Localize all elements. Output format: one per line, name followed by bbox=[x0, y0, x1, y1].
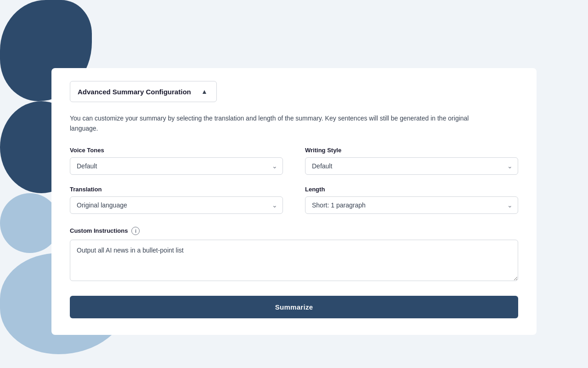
summarize-button[interactable]: Summarize bbox=[70, 296, 518, 318]
translation-group: Translation Original language English Sp… bbox=[70, 186, 283, 214]
voice-tones-select-wrapper: Default Formal Casual Professional Frien… bbox=[70, 157, 283, 175]
writing-style-select[interactable]: Default Concise Detailed Technical Creat… bbox=[305, 157, 518, 175]
blob-top-center-light bbox=[0, 193, 60, 253]
voice-tones-label: Voice Tones bbox=[70, 147, 283, 154]
accordion-header[interactable]: Advanced Summary Configuration ▲ bbox=[70, 81, 217, 102]
voice-tones-select[interactable]: Default Formal Casual Professional Frien… bbox=[70, 157, 283, 175]
form-grid: Voice Tones Default Formal Casual Profes… bbox=[70, 147, 518, 214]
custom-instructions-textarea[interactable]: Output all AI news in a bullet-point lis… bbox=[70, 240, 518, 281]
accordion-title: Advanced Summary Configuration bbox=[78, 88, 191, 96]
custom-instructions-section: Custom Instructions i Output all AI news… bbox=[70, 227, 518, 283]
length-group: Length Short: 1 paragraph Medium: 2-3 pa… bbox=[305, 186, 518, 214]
writing-style-label: Writing Style bbox=[305, 147, 518, 154]
main-card: Advanced Summary Configuration ▲ You can… bbox=[51, 68, 537, 335]
writing-style-group: Writing Style Default Concise Detailed T… bbox=[305, 147, 518, 175]
translation-select-wrapper: Original language English Spanish French… bbox=[70, 196, 283, 214]
voice-tones-group: Voice Tones Default Formal Casual Profes… bbox=[70, 147, 283, 175]
length-select[interactable]: Short: 1 paragraph Medium: 2-3 paragraph… bbox=[305, 196, 518, 214]
custom-instructions-label-text: Custom Instructions bbox=[70, 227, 128, 234]
custom-instructions-info-icon[interactable]: i bbox=[131, 227, 140, 235]
length-label: Length bbox=[305, 186, 518, 193]
translation-select[interactable]: Original language English Spanish French… bbox=[70, 196, 283, 214]
writing-style-select-wrapper: Default Concise Detailed Technical Creat… bbox=[305, 157, 518, 175]
length-select-wrapper: Short: 1 paragraph Medium: 2-3 paragraph… bbox=[305, 196, 518, 214]
custom-instructions-label-row: Custom Instructions i bbox=[70, 227, 518, 235]
chevron-up-icon: ▲ bbox=[200, 87, 209, 96]
description-text: You can customize your summary by select… bbox=[70, 113, 483, 134]
translation-label: Translation bbox=[70, 186, 283, 193]
